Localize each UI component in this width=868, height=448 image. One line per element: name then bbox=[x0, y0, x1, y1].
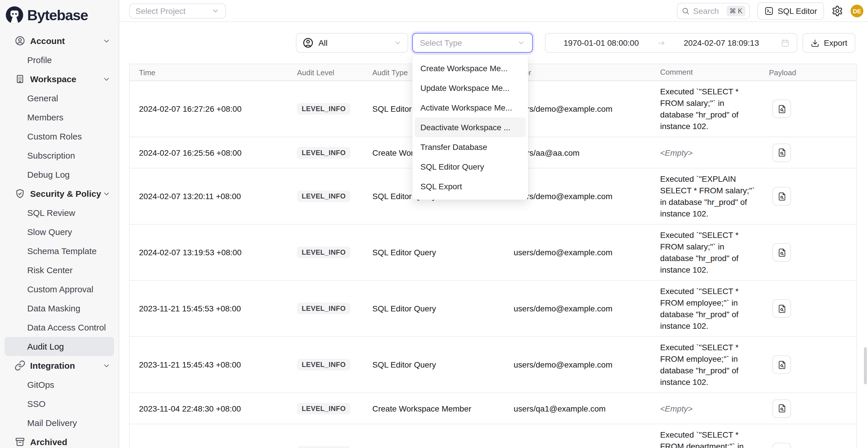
file-search-icon bbox=[777, 104, 787, 114]
search-icon bbox=[682, 7, 690, 15]
sidebar-item-custom-approval[interactable]: Custom Approval bbox=[5, 280, 114, 299]
bytebase-logo[interactable]: Bytebase bbox=[0, 0, 119, 30]
sidebar-section-integration[interactable]: Integration bbox=[0, 356, 119, 375]
audit-level-badge: LEVEL_INFO bbox=[297, 303, 350, 314]
avatar[interactable]: DE bbox=[850, 5, 863, 18]
sidebar-item-data-access-control[interactable]: Data Access Control bbox=[5, 318, 114, 337]
sidebar-item-risk-center[interactable]: Risk Center bbox=[5, 260, 114, 280]
audit-level-badge: LEVEL_INFO bbox=[297, 446, 350, 448]
cell-audit-level: LEVEL_INFO bbox=[297, 190, 372, 202]
sidebar-item-mail-delivery[interactable]: Mail Delivery bbox=[5, 413, 114, 433]
sidebar-section-label: Account bbox=[30, 36, 102, 46]
column-header-comment: Comment bbox=[660, 67, 769, 78]
view-payload-button[interactable] bbox=[772, 243, 791, 262]
type-filter-select[interactable]: Select Type bbox=[412, 33, 533, 53]
file-search-icon bbox=[777, 303, 787, 313]
sidebar-section-label: Archived bbox=[30, 437, 111, 447]
sidebar-item-custom-roles[interactable]: Custom Roles bbox=[5, 127, 114, 146]
cell-comment: Executed `"SELECT * FROM salary;"` in da… bbox=[660, 86, 769, 132]
cell-payload bbox=[769, 100, 857, 118]
sidebar-item-subscription[interactable]: Subscription bbox=[5, 146, 114, 165]
sql-editor-button[interactable]: SQL Editor bbox=[757, 2, 824, 20]
type-option-deactivate-workspace[interactable]: Deactivate Workspace ... bbox=[414, 118, 526, 137]
cell-time: 2024-02-07 16:27:26 +08:00 bbox=[130, 104, 297, 114]
search-input[interactable]: Search ⌘ K bbox=[677, 3, 750, 19]
cell-actor: users/aa@aa.com bbox=[514, 148, 660, 157]
date-end-value: 2024-02-07 18:09:13 bbox=[665, 38, 777, 47]
sidebar-item-sso[interactable]: SSO bbox=[5, 394, 114, 413]
type-option-activate-workspace-me[interactable]: Activate Workspace Me... bbox=[414, 98, 526, 118]
chevron-down-icon bbox=[102, 190, 111, 198]
sidebar-item-schema-template[interactable]: Schema Template bbox=[5, 242, 114, 260]
sidebar-item-gitops[interactable]: GitOps bbox=[5, 375, 114, 394]
project-select[interactable]: Select Project bbox=[129, 3, 226, 19]
sidebar-item-audit-log[interactable]: Audit Log bbox=[5, 337, 114, 356]
cell-actor: users/demo@example.com bbox=[514, 304, 660, 313]
sidebar-section-security-policy[interactable]: Security & Policy bbox=[0, 184, 119, 203]
download-icon bbox=[811, 38, 819, 47]
column-header-payload: Payload bbox=[769, 68, 857, 77]
chevron-down-icon bbox=[102, 37, 111, 45]
audit-level-badge: LEVEL_INFO bbox=[297, 147, 350, 158]
cell-audit-type: Create Workspace Member bbox=[372, 404, 514, 413]
sidebar-group-integration: GitOpsSSOMail Delivery bbox=[0, 375, 119, 433]
type-option-sql-export[interactable]: SQL Export bbox=[414, 177, 526, 196]
file-search-icon bbox=[777, 360, 787, 370]
sidebar-section-workspace[interactable]: Workspace bbox=[0, 69, 119, 89]
file-search-icon bbox=[777, 404, 787, 413]
sidebar-item-general[interactable]: General bbox=[5, 89, 114, 108]
type-filter-placeholder: Select Type bbox=[420, 38, 462, 47]
date-start-value: 1970-01-01 08:00:00 bbox=[546, 38, 657, 47]
vertical-scrollbar[interactable] bbox=[864, 347, 867, 384]
chevron-down-icon bbox=[102, 75, 111, 83]
cell-audit-level: LEVEL_INFO bbox=[297, 303, 372, 314]
table-row: 2023-11-21 15:45:53 +08:00 LEVEL_INFO SQ… bbox=[130, 281, 857, 337]
table-row: 2023-11-04 21:26:24 +08:00 LEVEL_INFO SQ… bbox=[130, 424, 857, 448]
cell-audit-type: SQL Editor Query bbox=[372, 248, 514, 257]
cell-comment: Executed `"SELECT * FROM employee;"` in … bbox=[660, 342, 769, 388]
type-option-create-workspace-me[interactable]: Create Workspace Me... bbox=[414, 59, 526, 78]
sidebar-item-sql-review[interactable]: SQL Review bbox=[5, 203, 114, 222]
table-row: 2023-11-21 15:45:43 +08:00 LEVEL_INFO SQ… bbox=[130, 337, 857, 393]
sidebar-section-label: Security & Policy bbox=[30, 189, 102, 198]
sidebar-item-data-masking[interactable]: Data Masking bbox=[5, 299, 114, 318]
sidebar-item-slow-query[interactable]: Slow Query bbox=[5, 222, 114, 242]
actor-filter-select[interactable]: All bbox=[296, 33, 408, 53]
view-payload-button[interactable] bbox=[772, 143, 791, 162]
main-area: Select Project Search ⌘ K SQL Editor DE bbox=[119, 0, 868, 448]
type-option-transfer-database[interactable]: Transfer Database bbox=[414, 137, 526, 157]
chevron-down-icon bbox=[394, 39, 402, 47]
audit-level-badge: LEVEL_INFO bbox=[297, 359, 350, 371]
sidebar-section-archived[interactable]: Archived bbox=[0, 433, 119, 448]
cell-audit-type: SQL Editor Query bbox=[372, 304, 514, 313]
view-payload-button[interactable] bbox=[772, 299, 791, 318]
view-payload-button[interactable] bbox=[772, 355, 791, 374]
audit-level-badge: LEVEL_INFO bbox=[297, 403, 350, 414]
cell-audit-level: LEVEL_INFO bbox=[297, 359, 372, 371]
type-option-update-workspace-me[interactable]: Update Workspace Me... bbox=[414, 78, 526, 98]
view-payload-button[interactable] bbox=[772, 399, 791, 418]
cell-payload bbox=[769, 399, 857, 418]
cell-payload bbox=[769, 299, 857, 318]
sidebar-item-members[interactable]: Members bbox=[5, 108, 114, 127]
type-option-sql-editor-query[interactable]: SQL Editor Query bbox=[414, 157, 526, 177]
sidebar-item-debug-log[interactable]: Debug Log bbox=[5, 165, 114, 184]
gear-icon[interactable] bbox=[832, 5, 843, 17]
date-range-picker[interactable]: 1970-01-01 08:00:00 2024-02-07 18:09:13 bbox=[545, 33, 797, 53]
cell-audit-level: LEVEL_INFO bbox=[297, 247, 372, 258]
cell-actor: users/demo@example.com bbox=[514, 192, 660, 201]
export-button[interactable]: Export bbox=[803, 33, 855, 53]
sidebar-section-account[interactable]: Account bbox=[0, 31, 119, 50]
cell-payload bbox=[769, 187, 857, 205]
view-payload-button[interactable] bbox=[772, 443, 791, 448]
arrow-right-icon bbox=[657, 38, 665, 47]
filter-bar: All Select Type 1970-01-01 08:00:00 2024… bbox=[119, 33, 868, 53]
cell-time: 2024-02-07 16:25:56 +08:00 bbox=[130, 148, 297, 157]
app-window: Bytebase Account Profile Workspace Gener… bbox=[0, 0, 868, 448]
cell-actor: users/qa1@example.com bbox=[514, 404, 660, 413]
cell-actor: users/demo@example.com bbox=[514, 104, 660, 114]
view-payload-button[interactable] bbox=[772, 100, 791, 118]
sidebar-item-profile[interactable]: Profile bbox=[5, 50, 114, 69]
cell-comment: Executed `"SELECT * FROM salary;"` in da… bbox=[660, 229, 769, 276]
view-payload-button[interactable] bbox=[772, 187, 791, 205]
